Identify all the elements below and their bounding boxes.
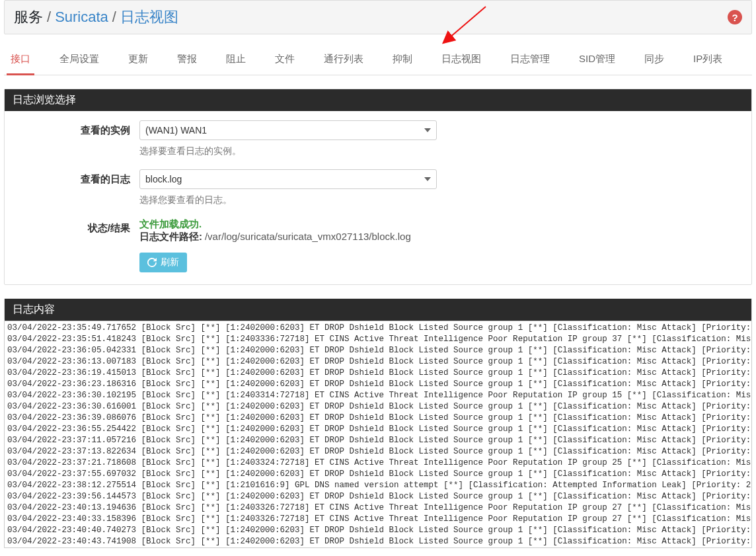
panel-log-content: 日志内容 — [4, 298, 752, 321]
status-success: 文件加载成功. — [139, 218, 742, 231]
panel-log-browse-body: 查看的实例 (WAN1) WAN1 选择要查看日志的实例。 查看的日志 bloc… — [5, 111, 751, 284]
log-line: 03/04/2022-23:40:13.194636 [Block Src] [… — [7, 502, 749, 514]
tab-sync[interactable]: 同步 — [642, 46, 667, 75]
log-line: 03/04/2022-23:36:13.007183 [Block Src] [… — [7, 356, 749, 368]
helper-instance: 选择要查看日志的实例。 — [139, 145, 742, 157]
help-icon[interactable]: ? — [728, 10, 742, 24]
refresh-icon — [147, 258, 157, 267]
refresh-button[interactable]: 刷新 — [139, 253, 187, 272]
breadcrumb-root: 服务 — [14, 7, 43, 27]
tab-interfaces[interactable]: 接口 — [8, 46, 33, 75]
select-log[interactable]: block.log — [139, 169, 437, 189]
log-line: 03/04/2022-23:40:33.158396 [Block Src] [… — [7, 514, 749, 525]
breadcrumb-sep: / — [112, 9, 116, 26]
log-line: 03/04/2022-23:36:55.254422 [Block Src] [… — [7, 424, 749, 435]
tab-log-view[interactable]: 日志视图 — [439, 46, 484, 75]
log-line: 03/04/2022-23:38:12.275514 [Block Src] [… — [7, 480, 749, 491]
log-line: 03/04/2022-23:36:05.042331 [Block Src] [… — [7, 345, 749, 356]
log-line: 03/04/2022-23:37:11.057216 [Block Src] [… — [7, 435, 749, 446]
log-line: 03/04/2022-23:37:13.822634 [Block Src] [… — [7, 446, 749, 457]
tab-alerts[interactable]: 警报 — [174, 46, 200, 75]
log-line: 03/04/2022-23:40:40.740273 [Block Src] [… — [7, 525, 749, 536]
log-line: 03/04/2022-23:37:55.697032 [Block Src] [… — [7, 469, 749, 480]
log-content-box[interactable]: 03/04/2022-23:35:49.717652 [Block Src] [… — [4, 321, 752, 548]
row-log: 查看的日志 block.log 选择您要查看的日志。 — [14, 169, 742, 206]
tab-blocks[interactable]: 阻止 — [223, 46, 248, 75]
select-instance[interactable]: (WAN1) WAN1 — [139, 120, 437, 140]
breadcrumb-page[interactable]: 日志视图 — [120, 7, 178, 27]
tab-ip-lists[interactable]: IP列表 — [691, 46, 725, 75]
tab-bar: 接口全局设置更新警报阻止文件通行列表抑制日志视图日志管理SID管理同步IP列表 — [4, 46, 752, 75]
panel-log-browse-header: 日志浏览选择 — [5, 89, 751, 111]
breadcrumb-service[interactable]: Suricata — [55, 9, 108, 26]
tab-files[interactable]: 文件 — [272, 46, 297, 75]
breadcrumb: 服务 / Suricata / 日志视图 — [14, 7, 178, 27]
log-line: 03/04/2022-23:35:49.717652 [Block Src] [… — [7, 323, 749, 334]
log-line: 03/04/2022-23:37:21.718608 [Block Src] [… — [7, 457, 749, 469]
row-instance: 查看的实例 (WAN1) WAN1 选择要查看日志的实例。 — [14, 120, 742, 157]
label-log: 查看的日志 — [14, 169, 139, 186]
tab-updates[interactable]: 更新 — [126, 46, 151, 75]
log-line: 03/04/2022-23:40:43.741908 [Block Src] [… — [7, 536, 749, 547]
log-line: 03/04/2022-23:36:30.616001 [Block Src] [… — [7, 401, 749, 413]
log-line: 03/04/2022-23:36:39.086076 [Block Src] [… — [7, 413, 749, 424]
breadcrumb-sep: / — [47, 9, 51, 26]
log-line: 03/04/2022-23:35:51.418243 [Block Src] [… — [7, 334, 749, 345]
panel-log-browse: 日志浏览选择 查看的实例 (WAN1) WAN1 选择要查看日志的实例。 查看的… — [4, 89, 752, 285]
tab-log-mgmt[interactable]: 日志管理 — [508, 46, 552, 75]
refresh-button-label: 刷新 — [161, 257, 179, 268]
label-instance: 查看的实例 — [14, 120, 139, 137]
tab-suppress[interactable]: 抑制 — [390, 46, 415, 75]
log-line: 03/04/2022-23:36:19.415013 [Block Src] [… — [7, 368, 749, 379]
log-path-value: /var/log/suricata/suricata_vmx027113/blo… — [205, 231, 411, 242]
tab-sid-mgmt[interactable]: SID管理 — [576, 46, 618, 75]
log-line: 03/04/2022-23:36:30.102195 [Block Src] [… — [7, 390, 749, 401]
log-path-label: 日志文件路径: — [139, 231, 202, 242]
page-header: 服务 / Suricata / 日志视图 ? — [4, 0, 752, 34]
panel-log-content-header: 日志内容 — [5, 299, 751, 321]
log-line: 03/04/2022-23:36:23.186316 [Block Src] [… — [7, 379, 749, 390]
helper-log: 选择您要查看的日志。 — [139, 194, 742, 206]
log-line: 03/04/2022-23:39:56.144573 [Block Src] [… — [7, 491, 749, 502]
tab-global-settings[interactable]: 全局设置 — [57, 46, 102, 75]
label-status: 状态/结果 — [14, 218, 139, 235]
tab-passlists[interactable]: 通行列表 — [321, 46, 366, 75]
row-status: 状态/结果 文件加载成功. 日志文件路径: /var/log/suricata/… — [14, 218, 742, 272]
